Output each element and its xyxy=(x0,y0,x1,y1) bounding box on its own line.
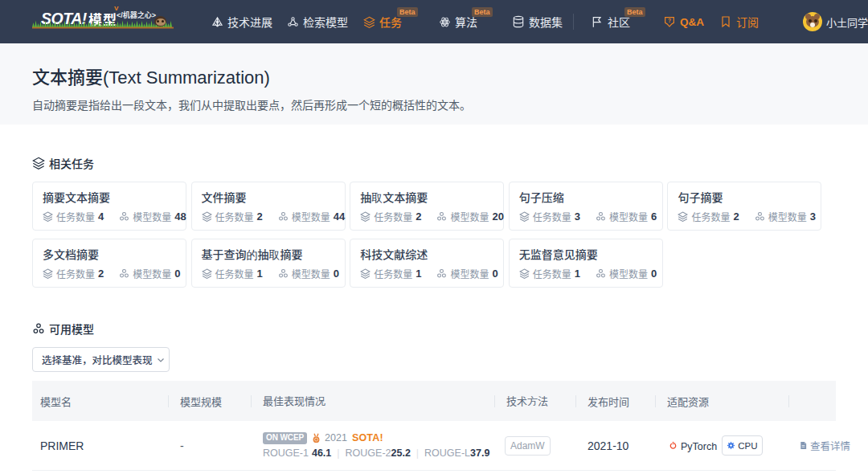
svg-text:?: ? xyxy=(668,18,671,23)
